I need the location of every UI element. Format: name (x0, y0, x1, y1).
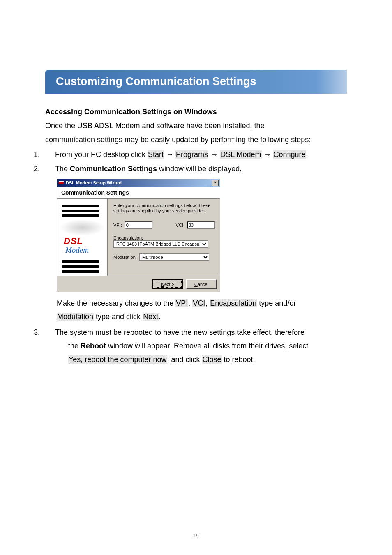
mid-text-2: type and click (94, 313, 143, 321)
hl-next: Next (143, 313, 159, 321)
arrow-2: → (208, 150, 220, 159)
step-3: 3.The system must be rebooted to have th… (45, 326, 347, 367)
step-3-line1: The system must be rebooted to have the … (55, 328, 304, 336)
step-3-line3a: ; and click (167, 355, 202, 364)
next-button-accel: N (161, 282, 164, 287)
dialog-subtitle: Communication Settings (57, 187, 220, 199)
vpi-label: VPI: (113, 223, 122, 228)
followup-lead: Make the necessary changes to the (57, 299, 175, 307)
next-button[interactable]: Next > (152, 279, 183, 289)
dialog-titlebar: DSL Modem Setup Wizard × (57, 179, 220, 187)
step-2-lead: The (55, 165, 70, 173)
dsl-modem-setup-wizard-dialog: DSL Modem Setup Wizard × Communication S… (57, 179, 220, 293)
step-2-number: 2. (45, 162, 55, 176)
step-1-lead: From your PC desktop click (55, 150, 148, 159)
step-3-line3b: to reboot. (222, 355, 255, 364)
cancel-button[interactable]: Cancel (186, 279, 217, 289)
dialog-intro-text: Enter your communication settings below.… (113, 203, 215, 214)
path-dsl-modem: DSL Modem (220, 150, 261, 159)
hl-close: Close (202, 355, 222, 364)
arrow-1: → (164, 150, 175, 159)
dialog-screenshot: DSL Modem Setup Wizard × Communication S… (57, 179, 347, 293)
path-programs: Programs (175, 150, 208, 159)
path-start: Start (148, 150, 164, 159)
intro-line-1: Once the USB ADSL Modem and software hav… (45, 120, 347, 133)
step-3-bold: Reboot (81, 342, 106, 350)
step-3-line2b: window will appear. Remove all disks fro… (106, 342, 308, 350)
cancel-button-rest: ancel (198, 282, 208, 287)
modulation-select[interactable]: Multimode (139, 253, 209, 261)
step-1: 1.From your PC desktop click Start → Pro… (45, 148, 347, 161)
step-2-rest: window will be displayed. (157, 165, 242, 173)
vpi-input[interactable] (125, 221, 152, 229)
section-banner: Customizing Communication Settings (45, 70, 347, 94)
close-icon[interactable]: × (212, 180, 219, 186)
next-button-rest: ext > (164, 282, 174, 287)
comma-1: , (188, 299, 192, 307)
hl-vci: VCI (192, 299, 205, 307)
hl-modulation: Modulation (57, 313, 94, 321)
app-icon (58, 180, 64, 186)
arrow-3: → (262, 150, 273, 159)
page-number: 19 (0, 533, 392, 539)
followup-period: . (159, 313, 161, 321)
intro-line-2: communication settings may be easily upd… (45, 134, 347, 147)
encapsulation-label: Encapsulation: (113, 235, 143, 240)
comma-2: , (205, 299, 210, 307)
step-2-followup: Make the necessary changes to the VPI, V… (57, 297, 347, 324)
path-configure: Configure (273, 150, 306, 159)
vci-input[interactable] (187, 221, 215, 229)
mid-text-1: type and/or (257, 299, 296, 307)
svg-rect-1 (59, 181, 64, 182)
step-1-number: 1. (45, 148, 55, 161)
cancel-button-accel: C (194, 282, 198, 287)
modulation-label: Modulation: (113, 255, 137, 260)
dialog-side-graphic: DSL Modem (57, 199, 108, 276)
hl-vpi: VPI (175, 299, 188, 307)
step-1-period: . (306, 150, 308, 159)
step-2-bold: Communication Settings (70, 165, 157, 173)
dialog-title: DSL Modem Setup Wizard (66, 180, 122, 185)
subsection-heading: Accessing Communication Settings on Wind… (45, 108, 347, 116)
brand-dsl: DSL (64, 236, 83, 246)
hl-encapsulation: Encapsulation (210, 299, 257, 307)
step-3-number: 3. (45, 326, 55, 339)
encapsulation-select[interactable]: RFC 1483 IPoATM Bridged LLC Encapsulatio… (113, 240, 208, 248)
step-2: 2.The Communication Settings window will… (45, 162, 347, 176)
hl-yes-reboot: Yes, reboot the computer now (68, 355, 167, 364)
brand-modem: Modem (65, 246, 89, 255)
step-3-line2a: the (68, 342, 81, 350)
vci-label: VCI: (176, 223, 184, 228)
